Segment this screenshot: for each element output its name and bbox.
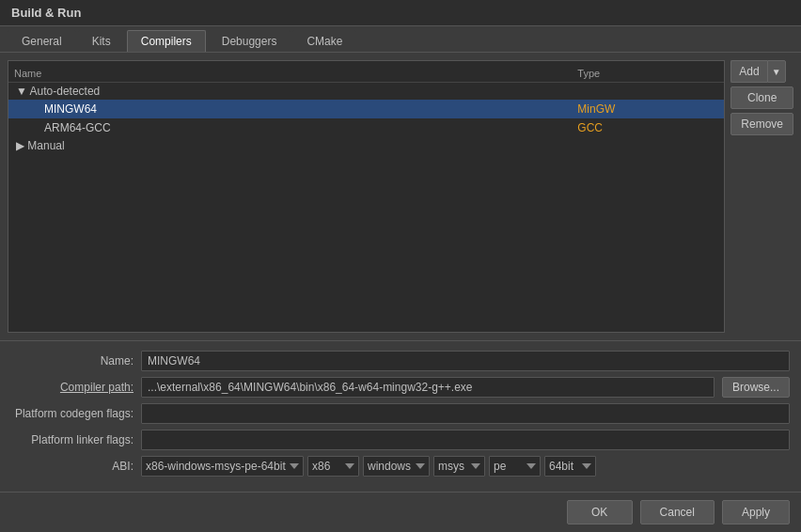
footer: OK Cancel Apply (0, 492, 801, 532)
compiler-path-label: Compiler path: (11, 381, 134, 394)
platform-codegen-row: Platform codegen flags: (11, 403, 790, 424)
compiler-item-arm64-gcc[interactable]: ARM64-GCC GCC (8, 118, 724, 137)
abi-row: ABI: x86-windows-msys-pe-64bit x86 windo… (11, 456, 790, 477)
abi-os-select[interactable]: windows (363, 456, 430, 477)
compiler-path-row: Compiler path: Browse... (11, 377, 790, 398)
abi-arch-os-env-select[interactable]: x86-windows-msys-pe-64bit (141, 456, 304, 477)
col-name-header: Name (14, 68, 577, 79)
abi-width-select[interactable]: 64bit (544, 456, 596, 477)
tab-bar: General Kits Compilers Debuggers CMake (0, 26, 801, 53)
col-type-header: Type (577, 68, 718, 79)
group-manual[interactable]: ▶ Manual (8, 137, 724, 154)
platform-codegen-label: Platform codegen flags: (11, 407, 134, 420)
cancel-button[interactable]: Cancel (640, 500, 715, 524)
compiler-type-mingw64: MinGW (577, 102, 718, 116)
tab-cmake[interactable]: CMake (292, 30, 356, 52)
main-content: Name Type ▼ Auto-detected MINGW64 MinGW … (0, 53, 801, 340)
compiler-type-arm64: GCC (577, 121, 718, 134)
expand-arrow-manual: ▶ (16, 139, 24, 152)
compiler-path-input[interactable] (141, 377, 715, 398)
tab-compilers[interactable]: Compilers (127, 30, 206, 52)
apply-button[interactable]: Apply (722, 500, 790, 524)
tab-kits[interactable]: Kits (78, 30, 125, 52)
platform-codegen-input[interactable] (141, 403, 790, 424)
name-label: Name: (11, 354, 134, 368)
abi-arch-select[interactable]: x86 (307, 456, 359, 477)
platform-linker-row: Platform linker flags: (11, 430, 790, 450)
compiler-tree: Name Type ▼ Auto-detected MINGW64 MinGW … (8, 60, 725, 333)
abi-format-select[interactable]: pe (489, 456, 541, 477)
side-button-panel: Add ▼ Clone Remove (730, 60, 793, 333)
compiler-item-mingw64[interactable]: MINGW64 MinGW (8, 100, 724, 118)
compiler-name-mingw64: MINGW64 (44, 102, 577, 116)
tree-header: Name Type (8, 65, 724, 83)
build-run-dialog: Build & Run General Kits Compilers Debug… (0, 0, 801, 532)
platform-linker-input[interactable] (141, 430, 790, 450)
group-label-manual: Manual (27, 139, 64, 152)
abi-selects: x86-windows-msys-pe-64bit x86 windows ms… (141, 456, 790, 477)
platform-linker-label: Platform linker flags: (11, 433, 134, 446)
compiler-details: Name: Compiler path: Browse... Platform … (0, 340, 801, 492)
group-auto-detected[interactable]: ▼ Auto-detected (8, 83, 724, 100)
compiler-name-arm64: ARM64-GCC (44, 121, 577, 134)
clone-button[interactable]: Clone (730, 86, 793, 109)
expand-arrow: ▼ (16, 85, 27, 98)
ok-button[interactable]: OK (567, 500, 633, 524)
browse-button[interactable]: Browse... (722, 377, 790, 398)
dialog-title: Build & Run (0, 0, 801, 26)
abi-env-select[interactable]: msys (433, 456, 485, 477)
remove-button[interactable]: Remove (730, 113, 793, 135)
tab-debuggers[interactable]: Debuggers (208, 30, 291, 52)
abi-label: ABI: (11, 460, 134, 473)
name-row: Name: (11, 351, 790, 371)
name-input[interactable] (141, 351, 790, 371)
add-button-group: Add ▼ (730, 60, 793, 83)
group-label: Auto-detected (30, 85, 101, 98)
add-dropdown-arrow[interactable]: ▼ (767, 60, 786, 83)
tab-general[interactable]: General (8, 30, 76, 52)
add-button[interactable]: Add (730, 60, 766, 83)
